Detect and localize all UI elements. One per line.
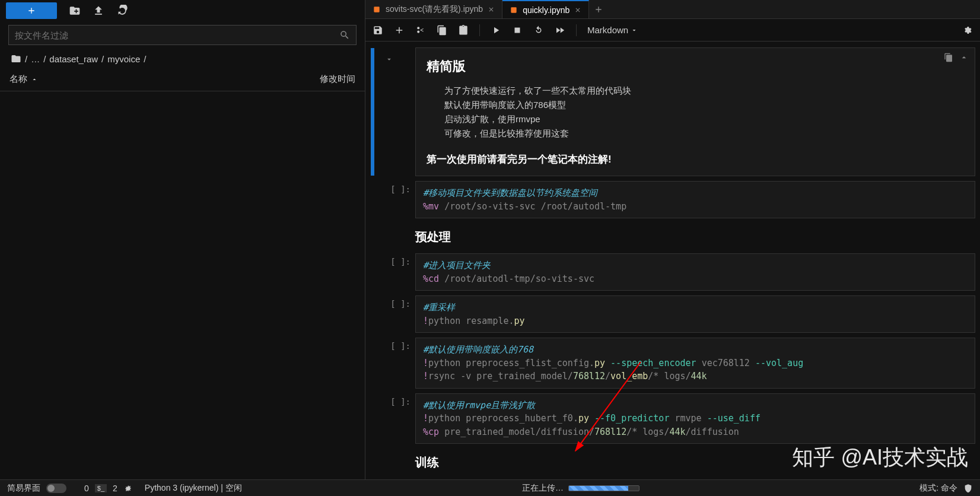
svg-rect-1 — [511, 7, 516, 12]
duplicate-icon[interactable] — [944, 53, 953, 62]
upload-icon[interactable] — [93, 5, 104, 17]
search-icon[interactable] — [339, 30, 350, 40]
crumb-p2[interactable]: myvoice — [107, 54, 140, 64]
tab-label: quickly.ipynb — [523, 5, 569, 15]
code-comment: #进入项目文件夹 — [423, 260, 491, 271]
col-name-label[interactable]: 名称 — [9, 74, 27, 85]
md-line: 可修改，但是比较推荐使用这套 — [427, 126, 964, 141]
collapse-icon[interactable] — [385, 55, 393, 63]
upload-label: 正在上传… — [522, 483, 564, 494]
save-icon[interactable] — [373, 25, 383, 36]
simple-mode-label: 简易界面 — [7, 483, 40, 494]
code-cell[interactable]: [ ]: #移动项目文件夹到数据盘以节约系统盘空间 %mv /root/so-v… — [374, 181, 975, 218]
notebook-body: 精简版 为了方便快速运行，砍了一些不太常用的代码块 默认使用带响度嵌入的786模… — [365, 42, 980, 479]
add-cell-icon[interactable] — [394, 25, 405, 36]
code-cell[interactable]: [ ]: #进入项目文件夹 %cd /root/autodl-tmp/so-vi… — [374, 253, 975, 291]
file-browser-panel: / … / dataset_raw / myvoice / 名称 修改时间 — [0, 0, 365, 479]
new-button[interactable] — [6, 2, 57, 19]
md-line: 默认使用带响度嵌入的786模型 — [427, 98, 964, 112]
chevron-down-icon — [631, 27, 638, 34]
md-title: 精简版 — [427, 58, 964, 75]
tab-sovits[interactable]: sovits-svc(请先看我).ipynb — [365, 0, 502, 18]
folder-icon[interactable] — [11, 53, 21, 64]
code-cell[interactable]: [ ]: #默认使用rmvpe且带浅扩散 !python preprocess_… — [374, 393, 975, 444]
notebook-toolbar: Markdown — [365, 19, 980, 42]
kernels-count[interactable]: 2 — [113, 484, 117, 493]
notebook-icon — [373, 5, 381, 14]
run-icon[interactable] — [491, 25, 501, 36]
mode-label: 模式: 命令 — [919, 483, 957, 494]
md-line: 为了方便快速运行，砍了一些不太常用的代码块 — [427, 84, 964, 98]
tab-label: sovits-svc(请先看我).ipynb — [386, 4, 483, 15]
crumb-dots[interactable]: … — [31, 54, 40, 64]
status-bar: 简易界面 0 $_ 2 Python 3 (ipykernel) | 空闲 正在… — [0, 479, 980, 496]
copy-icon[interactable] — [437, 25, 447, 36]
terminals-count[interactable]: 0 — [84, 484, 89, 493]
cell-prompt: [ ]: — [374, 393, 415, 444]
tab-quickly[interactable]: quickly.ipynb — [502, 0, 589, 18]
new-folder-icon[interactable] — [69, 5, 81, 17]
kernel-status[interactable]: Python 3 (ipykernel) | 空闲 — [145, 483, 242, 494]
notebook-icon — [510, 6, 518, 14]
crumb-sep: / — [144, 54, 146, 64]
cell-prompt: [ ]: — [374, 181, 415, 218]
code-comment: #默认使用rmvpe且带浅扩散 — [423, 400, 535, 411]
filter-input[interactable] — [15, 30, 339, 40]
file-toolbar — [0, 0, 365, 21]
section-heading: 预处理 — [415, 223, 975, 249]
notebook-panel: sovits-svc(请先看我).ipynb quickly.ipynb — [365, 0, 980, 479]
markdown-heading: 训练 — [374, 449, 975, 474]
close-icon[interactable] — [574, 7, 581, 14]
markdown-heading: 预处理 — [374, 223, 975, 249]
breadcrumb: / … / dataset_raw / myvoice / — [0, 47, 365, 70]
cell-prompt: [ ]: — [374, 253, 415, 291]
md-bold: 第一次使用前请看完另一个笔记本的注解! — [427, 152, 964, 166]
run-all-icon[interactable] — [555, 25, 565, 36]
active-cell-bar — [371, 48, 374, 176]
sort-asc-icon[interactable] — [31, 76, 38, 83]
paste-icon[interactable] — [458, 25, 469, 36]
tab-bar: sovits-svc(请先看我).ipynb quickly.ipynb — [365, 0, 980, 19]
new-tab-button[interactable] — [589, 0, 608, 18]
code-cell[interactable]: [ ]: #默认使用带响度嵌入的768 !python preprocess_f… — [374, 338, 975, 389]
stop-icon[interactable] — [512, 25, 523, 36]
code-comment: #重采样 — [423, 302, 455, 313]
move-up-icon[interactable] — [959, 53, 969, 62]
kernel-icon[interactable] — [123, 484, 133, 493]
code-cell[interactable]: [ ]: #重采样 !python resample.py — [374, 295, 975, 333]
restart-icon[interactable] — [533, 25, 544, 36]
crumb-p1[interactable]: dataset_raw — [49, 54, 98, 64]
cell-prompt: [ ]: — [374, 295, 415, 333]
cell-type-select[interactable]: Markdown — [587, 25, 638, 35]
shield-icon[interactable] — [963, 484, 973, 493]
crumb-sep: / — [43, 54, 46, 64]
cell-type-label: Markdown — [587, 25, 628, 35]
upload-progress — [568, 485, 639, 491]
refresh-icon[interactable] — [116, 5, 128, 17]
cell-prompt: [ ]: — [374, 338, 415, 389]
col-modified-label[interactable]: 修改时间 — [290, 74, 355, 85]
code-comment: #默认使用带响度嵌入的768 — [423, 344, 533, 355]
gear-icon[interactable] — [962, 25, 973, 36]
code-comment: #移动项目文件夹到数据盘以节约系统盘空间 — [423, 187, 597, 198]
file-columns: 名称 修改时间 — [0, 70, 365, 91]
filter-input-wrap — [8, 25, 357, 45]
terminal-badge[interactable]: $_ — [95, 484, 107, 492]
crumb-sep: / — [101, 54, 104, 64]
close-icon[interactable] — [488, 6, 495, 13]
svg-rect-0 — [374, 7, 379, 12]
cut-icon[interactable] — [415, 25, 426, 36]
md-line: 启动浅扩散，使用rmvpe — [427, 112, 964, 126]
simple-mode-toggle[interactable] — [46, 484, 66, 493]
markdown-cell[interactable]: 精简版 为了方便快速运行，砍了一些不太常用的代码块 默认使用带响度嵌入的786模… — [374, 47, 975, 176]
section-heading: 训练 — [415, 449, 975, 474]
crumb-sep: / — [25, 54, 27, 64]
